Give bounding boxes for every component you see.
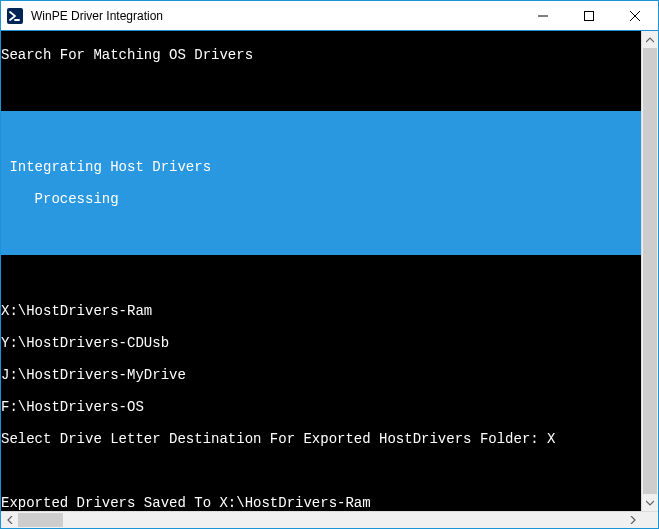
scroll-left-arrow[interactable] bbox=[1, 512, 18, 528]
vscroll-track[interactable] bbox=[642, 48, 658, 494]
blank-line bbox=[1, 127, 641, 143]
scroll-right-arrow[interactable] bbox=[624, 512, 641, 528]
hscroll-track[interactable] bbox=[18, 512, 624, 528]
window-title: WinPE Driver Integration bbox=[29, 9, 520, 23]
minimize-button[interactable] bbox=[520, 1, 566, 30]
drive-line: F:\HostDrivers-OS bbox=[1, 399, 641, 415]
close-button[interactable] bbox=[612, 1, 658, 30]
scroll-down-arrow[interactable] bbox=[642, 494, 658, 511]
scroll-corner bbox=[641, 512, 658, 528]
blank-line bbox=[1, 463, 641, 479]
blank-line bbox=[1, 79, 641, 95]
chevron-up-icon bbox=[646, 36, 654, 44]
blank-line bbox=[1, 223, 641, 239]
app-window: WinPE Driver Integration Search For Matc… bbox=[0, 0, 659, 529]
drive-line: Y:\HostDrivers-CDUsb bbox=[1, 335, 641, 351]
minimize-icon bbox=[538, 11, 548, 21]
hscroll-thumb[interactable] bbox=[18, 513, 63, 527]
maximize-button[interactable] bbox=[566, 1, 612, 30]
powershell-icon bbox=[7, 8, 23, 24]
chevron-right-icon bbox=[629, 516, 637, 524]
progress-banner: Integrating Host Drivers Processing bbox=[1, 111, 641, 255]
window-controls bbox=[520, 1, 658, 30]
svg-rect-3 bbox=[585, 11, 594, 20]
chevron-down-icon bbox=[646, 499, 654, 507]
exported-msg: Exported Drivers Saved To X:\HostDrivers… bbox=[1, 495, 641, 511]
banner-status: Processing bbox=[1, 191, 641, 207]
drive-line: J:\HostDrivers-MyDrive bbox=[1, 367, 641, 383]
drive-line: X:\HostDrivers-Ram bbox=[1, 303, 641, 319]
vertical-scrollbar[interactable] bbox=[641, 31, 658, 511]
chevron-left-icon bbox=[6, 516, 14, 524]
blank-line bbox=[1, 271, 641, 287]
vscroll-thumb[interactable] bbox=[643, 48, 657, 494]
banner-title: Integrating Host Drivers bbox=[1, 159, 641, 175]
app-icon-slot bbox=[1, 1, 29, 31]
scroll-up-arrow[interactable] bbox=[642, 31, 658, 48]
console-output[interactable]: Search For Matching OS Drivers Integrati… bbox=[1, 31, 641, 511]
close-icon bbox=[630, 11, 640, 21]
titlebar[interactable]: WinPE Driver Integration bbox=[1, 1, 658, 31]
maximize-icon bbox=[584, 11, 594, 21]
body-wrap: Search For Matching OS Drivers Integrati… bbox=[1, 31, 658, 511]
search-header: Search For Matching OS Drivers bbox=[1, 47, 641, 63]
select-prompt: Select Drive Letter Destination For Expo… bbox=[1, 431, 641, 447]
horizontal-scrollbar[interactable] bbox=[1, 511, 658, 528]
